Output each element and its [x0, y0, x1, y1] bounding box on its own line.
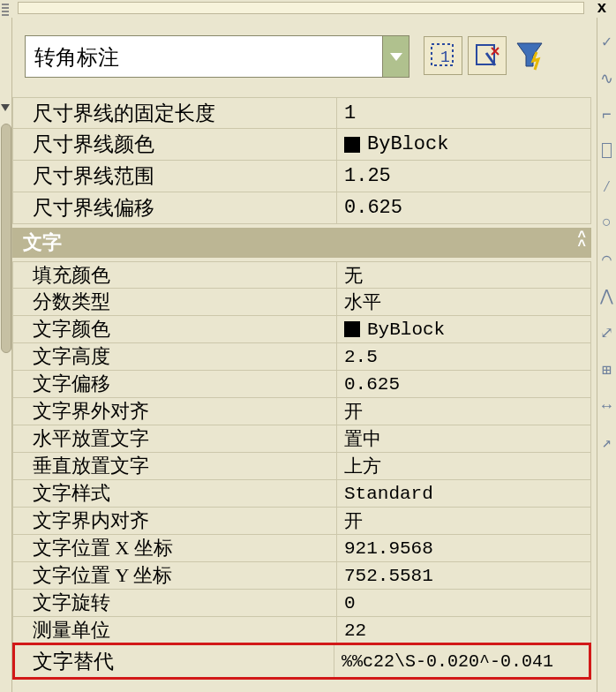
text-override-row[interactable]: 文字替代 %%c22\S-0.020^-0.041: [12, 643, 591, 680]
text-group-header[interactable]: 文字 ^^: [12, 228, 591, 258]
prop-value[interactable]: 上方: [337, 453, 591, 480]
prop-value[interactable]: 1.25: [337, 161, 591, 192]
prop-label: 尺寸界线范围: [12, 161, 337, 192]
table-row[interactable]: 文字界内对齐开: [12, 508, 591, 535]
peek-icon: ○: [602, 214, 612, 231]
table-row[interactable]: 文字位置 X 坐标921.9568: [12, 535, 591, 562]
prop-label: 文字旋转: [12, 590, 337, 617]
color-swatch-icon: [344, 321, 360, 337]
prop-label: 水平放置文字: [12, 425, 337, 453]
table-row[interactable]: 文字位置 Y 坐标752.5581: [12, 562, 591, 590]
title-inset: [18, 2, 584, 14]
table-row[interactable]: 尺寸界线的固定长度 1: [12, 97, 591, 129]
prop-label: 填充颜色: [12, 261, 337, 289]
object-type-dropdown[interactable]: 转角标注: [25, 35, 409, 78]
chevron-down-icon: [390, 53, 402, 61]
peek-icon: ⊞: [602, 360, 612, 380]
table-row[interactable]: 尺寸界线颜色 ByBlock: [12, 129, 591, 161]
prop-label: 文字位置 X 坐标: [12, 535, 337, 562]
prop-value[interactable]: 2.5: [337, 343, 591, 371]
table-row[interactable]: 文字偏移0.625: [12, 371, 591, 398]
filter-button[interactable]: [512, 36, 551, 75]
quick-select-button[interactable]: 1: [424, 36, 462, 75]
dropdown-arrow-button[interactable]: [382, 36, 409, 77]
properties-panel: 尺寸界线的固定长度 1 尺寸界线颜色 ByBlock 尺寸界线范围 1.25 尺…: [12, 97, 591, 690]
prop-value[interactable]: 无: [337, 261, 591, 289]
prop-label: 文字偏移: [12, 371, 337, 398]
prop-value[interactable]: 置中: [337, 425, 591, 453]
peek-icon: ↔: [602, 397, 612, 415]
grip-handle[interactable]: [2, 2, 9, 16]
table-row[interactable]: 文字界外对齐开: [12, 398, 591, 425]
peek-icon: ⌒: [602, 249, 612, 268]
table-row[interactable]: 文字高度2.5: [12, 343, 591, 371]
prop-label: 文字高度: [12, 343, 337, 371]
prop-label: 文字替代: [15, 645, 334, 677]
prop-value[interactable]: 752.5581: [337, 562, 591, 590]
table-row[interactable]: 分数类型水平: [12, 289, 591, 316]
prop-value[interactable]: Standard: [337, 480, 591, 508]
prop-value[interactable]: %%c22\S-0.020^-0.041: [334, 645, 589, 677]
prop-value-text: ByBlock: [367, 133, 448, 155]
right-toolbar-peek: ✓ ∿ ⌐ ⎕ ∕ ○ ⌒ ⋀ ⤢ ⊞ ↔ ↗: [597, 18, 616, 692]
prop-label: 文字颜色: [12, 316, 337, 343]
peek-icon: ⋀: [600, 286, 613, 305]
prop-label: 尺寸界线颜色: [12, 129, 337, 161]
prop-value[interactable]: 1: [337, 97, 591, 129]
table-row[interactable]: 尺寸界线范围 1.25: [12, 161, 591, 192]
panel-titlebar: x: [0, 0, 616, 18]
funnel-lightning-icon: [514, 38, 549, 73]
prop-label: 垂直放置文字: [12, 453, 337, 480]
prop-label: 分数类型: [12, 289, 337, 316]
prop-value[interactable]: ByBlock: [337, 316, 591, 343]
color-swatch-icon: [344, 137, 360, 153]
table-row[interactable]: 尺寸界线偏移 0.625: [12, 192, 591, 224]
table-row[interactable]: 文字旋转0: [12, 590, 591, 617]
prop-value[interactable]: 0.625: [337, 192, 591, 224]
peek-icon: ⤢: [600, 323, 613, 342]
prop-value[interactable]: 水平: [337, 289, 591, 316]
table-row[interactable]: 测量单位22: [12, 617, 591, 644]
prop-value[interactable]: 0.625: [337, 371, 591, 398]
category-title: 文字: [23, 229, 62, 256]
prop-value[interactable]: 22: [337, 617, 591, 644]
scroll-thumb[interactable]: [1, 124, 11, 353]
prop-label: 文字界外对齐: [12, 398, 337, 425]
prop-label: 测量单位: [12, 617, 337, 644]
collapse-chevron-icon[interactable]: ^^: [577, 233, 582, 251]
table-row[interactable]: 填充颜色无: [12, 261, 591, 289]
table-row[interactable]: 文字样式Standard: [12, 480, 591, 508]
prop-value[interactable]: 0: [337, 590, 591, 617]
table-row[interactable]: 水平放置文字置中: [12, 425, 591, 453]
highlighted-row-wrap: 文字替代 %%c22\S-0.020^-0.041: [12, 643, 591, 680]
svg-text:1: 1: [440, 49, 450, 66]
prop-value[interactable]: 开: [337, 398, 591, 425]
peek-icon: ∕: [602, 178, 612, 196]
text-group: 填充颜色无分数类型水平文字颜色ByBlock文字高度2.5文字偏移0.625文字…: [12, 261, 591, 644]
close-icon[interactable]: x: [591, 0, 612, 18]
left-scroll-gutter: [0, 18, 12, 692]
peek-icon: ∿: [600, 69, 613, 88]
table-row[interactable]: 垂直放置文字上方: [12, 453, 591, 480]
prop-label: 尺寸界线的固定长度: [12, 97, 337, 129]
prop-value[interactable]: 开: [337, 508, 591, 535]
selection-1-icon: 1: [428, 41, 458, 71]
peek-icon: ✓: [602, 32, 612, 51]
peek-icon: ↗: [602, 432, 612, 452]
pick-button[interactable]: [468, 36, 507, 75]
selection-toolbar: 转角标注 1: [25, 35, 591, 85]
prop-label: 文字界内对齐: [12, 508, 337, 535]
scroll-up-arrow-icon[interactable]: [1, 104, 10, 111]
prop-label: 文字位置 Y 坐标: [12, 562, 337, 590]
prop-value-text: ByBlock: [367, 320, 445, 340]
prop-label: 尺寸界线偏移: [12, 192, 337, 224]
dropdown-text: 转角标注: [34, 43, 119, 71]
peek-icon: ⎕: [602, 141, 612, 161]
prop-value[interactable]: ByBlock: [337, 129, 591, 161]
dimension-line-group: 尺寸界线的固定长度 1 尺寸界线颜色 ByBlock 尺寸界线范围 1.25 尺…: [12, 97, 591, 224]
table-row[interactable]: 文字颜色ByBlock: [12, 316, 591, 343]
prop-label: 文字样式: [12, 480, 337, 508]
peek-icon: ⌐: [602, 106, 612, 124]
prop-value[interactable]: 921.9568: [337, 535, 591, 562]
cursor-x-icon: [472, 41, 502, 71]
